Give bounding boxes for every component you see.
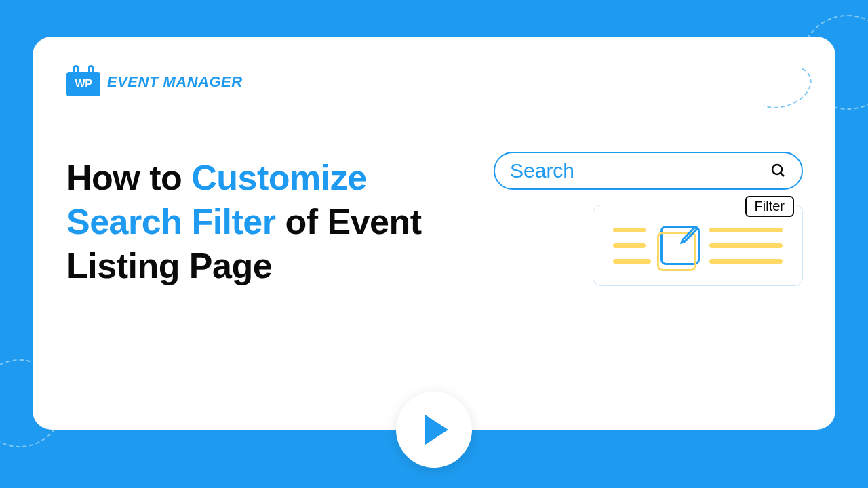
logo-icon-text: WP [75, 78, 92, 90]
play-button[interactable] [396, 392, 472, 468]
search-icon [770, 163, 787, 179]
filter-label: Filter [745, 196, 794, 217]
search-placeholder-text: Search [510, 159, 574, 182]
play-icon [425, 415, 448, 445]
pencil-icon [679, 222, 702, 245]
svg-point-0 [772, 165, 782, 174]
search-input[interactable]: Search [494, 152, 803, 190]
logo-brand-text: EVENT MANAGER [107, 73, 243, 91]
filter-panel[interactable]: Filter [593, 205, 803, 286]
brand-logo: WP EVENT MANAGER [66, 68, 802, 96]
page-headline: How to Customize Search Filter of Event … [66, 156, 446, 288]
logo-calendar-icon: WP [66, 68, 100, 96]
svg-line-1 [781, 173, 784, 176]
compose-icon [660, 226, 700, 265]
filter-illustration [604, 218, 791, 273]
decoration-arc [747, 58, 817, 116]
content-card: WP EVENT MANAGER How to Customize Search… [33, 37, 835, 430]
headline-part1: How to [66, 158, 191, 197]
